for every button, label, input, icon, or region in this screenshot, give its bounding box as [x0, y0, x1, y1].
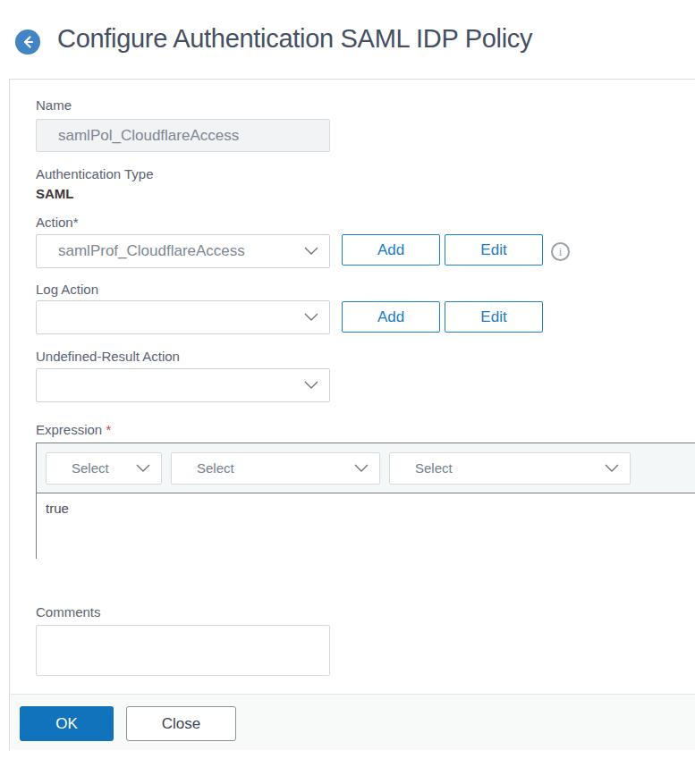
action-add-button[interactable]: Add	[342, 234, 440, 266]
expression-required-mark: *	[106, 422, 111, 437]
chevron-down-icon	[304, 247, 318, 256]
expression-label: Expression *	[36, 422, 111, 437]
action-edit-button[interactable]: Edit	[445, 234, 543, 266]
expression-builder-toolbar: Select Select Select	[37, 443, 695, 493]
footer-bar: OK Close	[11, 694, 695, 750]
log-action-label: Log Action	[36, 282, 98, 297]
log-action-add-button[interactable]: Add	[342, 301, 440, 333]
name-input[interactable]	[36, 119, 330, 152]
back-arrow-icon	[21, 35, 35, 49]
log-action-edit-button[interactable]: Edit	[445, 301, 543, 333]
action-label: Action*	[36, 215, 79, 230]
expression-select-2[interactable]: Select	[171, 452, 380, 485]
authentication-type-label: Authentication Type	[36, 166, 153, 181]
configure-saml-idp-policy-page: Configure Authentication SAML IDP Policy…	[0, 0, 695, 784]
expression-builder: Select Select Select true	[36, 443, 695, 559]
comments-input[interactable]	[36, 625, 330, 676]
authentication-type-value: SAML	[36, 186, 74, 201]
expression-select-1[interactable]: Select	[46, 452, 162, 485]
chevron-down-icon	[605, 464, 619, 473]
expression-select-3[interactable]: Select	[389, 452, 631, 485]
undefined-result-action-select[interactable]	[36, 368, 330, 402]
log-action-select[interactable]	[36, 300, 330, 334]
comments-label: Comments	[36, 604, 101, 620]
chevron-down-icon	[304, 381, 318, 390]
chevron-down-icon	[354, 464, 369, 473]
expression-select-3-value: Select	[390, 460, 605, 476]
expression-select-2-value: Select	[172, 460, 354, 476]
expression-input[interactable]: true	[37, 493, 695, 559]
undefined-result-action-label: Undefined-Result Action	[36, 349, 180, 364]
back-button[interactable]	[15, 30, 40, 55]
expression-select-1-value: Select	[47, 460, 136, 476]
expression-label-text: Expression	[36, 422, 102, 437]
info-icon[interactable]: i	[551, 242, 570, 261]
name-label: Name	[36, 97, 72, 113]
page-title: Configure Authentication SAML IDP Policy	[57, 24, 532, 54]
close-button[interactable]: Close	[126, 706, 236, 741]
chevron-down-icon	[136, 464, 150, 473]
ok-button[interactable]: OK	[20, 706, 114, 741]
chevron-down-icon	[304, 313, 318, 322]
action-select[interactable]: samlProf_CloudflareAccess	[36, 234, 330, 268]
action-select-value: samlProf_CloudflareAccess	[37, 242, 304, 260]
